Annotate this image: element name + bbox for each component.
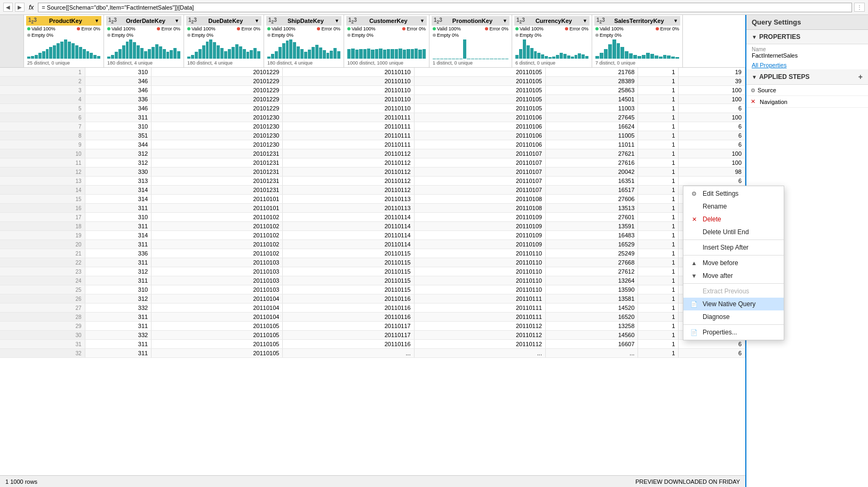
ctx-delete[interactable]: ✕ Delete (683, 213, 784, 226)
table-cell: 311 (85, 276, 152, 285)
col-dropdown[interactable]: ▼ (254, 18, 259, 23)
table-cell: 1 (638, 285, 679, 294)
table-row: 133132010123120110112201101071635116 (0, 177, 745, 186)
ctx-properties[interactable]: 📄 Properties... (683, 326, 784, 339)
table-cell: 20110111 (283, 113, 414, 122)
col-dropdown[interactable]: ▼ (673, 18, 678, 23)
histogram-currencykey (514, 38, 590, 60)
table-cell: 20110112 (414, 331, 545, 340)
down-icon: ▼ (690, 273, 698, 279)
table-cell: 16351 (545, 177, 638, 186)
all-properties-link[interactable]: All Properties (746, 61, 868, 69)
data-table-container[interactable]: 1310201012292011011020110105217681192346… (0, 68, 745, 475)
table-cell: 20110112 (414, 322, 545, 331)
add-step-button[interactable]: + (858, 73, 863, 81)
ctx-move-after[interactable]: ▼ Move after (683, 269, 784, 282)
back-button[interactable]: ◀ (3, 3, 13, 12)
table-cell: 20110101 (152, 204, 283, 213)
col-dropdown[interactable]: ▼ (420, 18, 425, 23)
table-cell: 20110112 (283, 149, 414, 158)
table-row: 73102010123020110111201101061662416 (0, 122, 745, 131)
steps-list: ⚙ Source ✕ Navigation (746, 85, 868, 108)
table-cell: 20110117 (283, 322, 414, 331)
col-dropdown[interactable]: ▼ (174, 18, 179, 23)
table-cell: 20110107 (414, 158, 545, 167)
table-cell: 11003 (545, 104, 638, 113)
forward-button[interactable]: ▶ (15, 3, 25, 12)
table-cell: 20110106 (414, 140, 545, 149)
table-cell: 20101231 (152, 167, 283, 177)
col-dropdown[interactable]: ▼ (583, 18, 587, 23)
row-number: 3 (0, 86, 85, 95)
row-number: 14 (0, 186, 85, 195)
table-cell: 19 (679, 68, 745, 77)
col-name: PromotionKey (452, 18, 492, 24)
table-cell: 20101229 (152, 77, 283, 86)
table-cell: 20101231 (152, 186, 283, 195)
ctx-diagnose[interactable]: Diagnose (683, 310, 784, 323)
row-number: 32 (0, 349, 85, 358)
table-cell: 1 (638, 86, 679, 95)
ctx-rename[interactable]: Rename (683, 200, 784, 213)
ctx-label: Rename (703, 203, 727, 210)
row-number: 26 (0, 294, 85, 304)
ctx-view-native-query[interactable]: 📄 View Native Query (683, 298, 784, 310)
ctx-delete-until-end[interactable]: Delete Until End (683, 226, 784, 238)
formula-input[interactable] (38, 3, 852, 12)
table-cell: 20110112 (283, 177, 414, 186)
table-cell: 13264 (545, 276, 638, 285)
row-number: 1 (0, 68, 85, 77)
table-cell: 20110116 (283, 304, 414, 313)
table-cell: 20110106 (414, 131, 545, 140)
row-number: 4 (0, 95, 85, 104)
data-table: 1310201012292011011020110105217681192346… (0, 68, 745, 358)
ctx-insert-step-after[interactable]: Insert Step After (683, 241, 784, 254)
row-number: 6 (0, 113, 85, 122)
table-row: 22311201101032011011520110110276681100 (0, 258, 745, 267)
table-cell: 312 (85, 294, 152, 304)
row-number: 28 (0, 313, 85, 322)
row-number: 11 (0, 158, 85, 167)
step-settings-icon[interactable]: ⚙ (751, 87, 755, 93)
table-row: 93442010123020110111201101061101116 (0, 140, 745, 149)
ctx-separator-4 (683, 324, 784, 325)
col-dropdown[interactable]: ▼ (503, 18, 507, 23)
step-source[interactable]: ⚙ Source (746, 85, 868, 96)
table-cell: 20110114 (283, 222, 414, 231)
col-name: SalesTerritoryKey (614, 18, 664, 24)
row-number: 15 (0, 195, 85, 204)
col-dropdown[interactable]: ▼ (94, 18, 99, 23)
table-cell: 11005 (545, 131, 638, 140)
table-cell: 20110110 (414, 249, 545, 258)
col-header-currencykey: 123 CurrencyKey ▼ Valid 100% Error 0% Em… (512, 15, 592, 67)
table-cell: 346 (85, 77, 152, 86)
table-cell: 100 (679, 86, 745, 95)
table-row: 234620101229201101102011010528389139 (0, 77, 745, 86)
table-cell: 1 (638, 322, 679, 331)
table-cell: 310 (85, 68, 152, 77)
table-cell: 1 (638, 304, 679, 313)
table-cell: 20110110 (414, 258, 545, 267)
table-cell: 20110109 (414, 240, 545, 249)
ctx-label: Extract Previous (703, 288, 749, 295)
ctx-label: Move after (703, 272, 733, 280)
table-cell: 1 (638, 231, 679, 240)
row-number: 2 (0, 77, 85, 86)
expand-button[interactable]: ⋮ (854, 3, 865, 12)
status-bar: 1 1000 rows PREVIEW DOWNLOADED ON FRIDAY (0, 475, 745, 487)
applied-steps-section-header[interactable]: ▼ APPLIED STEPS + (746, 69, 868, 85)
ctx-edit-settings[interactable]: ⚙ Edit Settings (683, 187, 784, 200)
step-navigation[interactable]: ✕ Navigation (746, 96, 868, 108)
step-delete-icon[interactable]: ✕ (751, 98, 755, 105)
table-cell: 312 (85, 149, 152, 158)
table-cell: 14560 (545, 331, 638, 340)
properties-section-header[interactable]: ▼ PROPERTIES (746, 30, 868, 44)
row-number: 31 (0, 340, 85, 349)
ctx-move-before[interactable]: ▲ Move before (683, 257, 784, 269)
table-row: 2531020110103201101152011011013590198 (0, 285, 745, 294)
table-cell: 20110113 (283, 204, 414, 213)
ctx-label: Delete (703, 215, 721, 223)
table-cell: 20110109 (414, 231, 545, 240)
col-dropdown[interactable]: ▼ (335, 18, 339, 23)
table-cell: 20101230 (152, 140, 283, 149)
